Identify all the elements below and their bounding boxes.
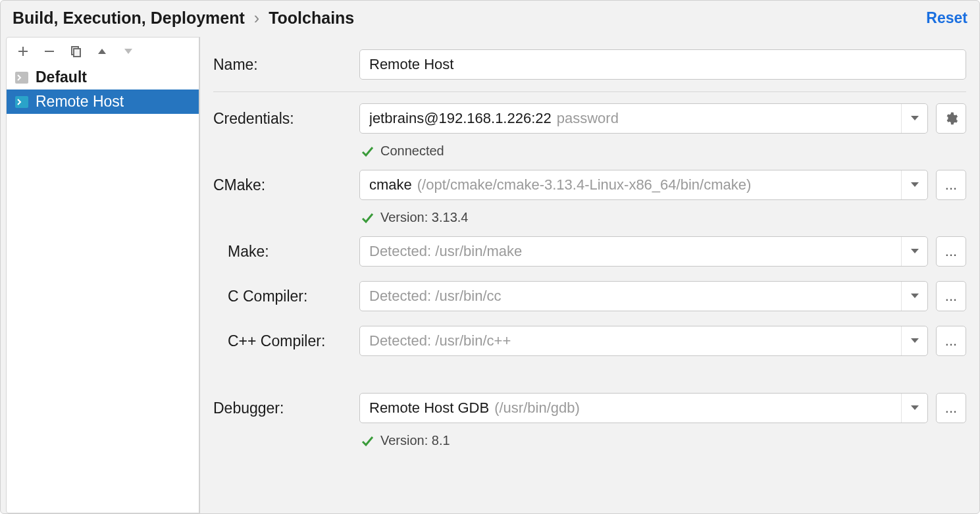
c-compiler-label: C Compiler: xyxy=(213,288,353,305)
breadcrumb-part-1[interactable]: Build, Execution, Deployment xyxy=(13,9,245,28)
header: Build, Execution, Deployment › Toolchain… xyxy=(1,1,979,37)
credentials-combo[interactable]: jetbrains@192.168.1.226:22 password xyxy=(359,103,928,134)
copy-button[interactable] xyxy=(68,44,83,59)
svg-rect-2 xyxy=(15,72,28,84)
toolchain-item-label: Remote Host xyxy=(36,93,124,111)
row-cpp-compiler: C++ Compiler: Detected: /usr/bin/c++ ... xyxy=(213,319,966,363)
debugger-path: (/usr/bin/gdb) xyxy=(494,399,580,417)
credentials-hint: password xyxy=(557,110,619,127)
sidebar: Default Remote Host xyxy=(6,37,199,513)
breadcrumb-part-2[interactable]: Toolchains xyxy=(269,9,354,28)
toolchain-item-remote-host[interactable]: Remote Host xyxy=(7,90,199,114)
row-cmake: CMake: cmake (/opt/cmake/cmake-3.13.4-Li… xyxy=(213,163,966,207)
credentials-settings-button[interactable] xyxy=(936,103,966,134)
cmake-browse-button[interactable]: ... xyxy=(936,170,966,200)
remote-terminal-icon xyxy=(14,95,29,109)
breadcrumb: Build, Execution, Deployment › Toolchain… xyxy=(13,9,354,28)
credentials-label: Credentials: xyxy=(213,110,353,128)
chevron-down-icon xyxy=(901,326,927,355)
row-c-compiler: C Compiler: Detected: /usr/bin/cc ... xyxy=(213,274,966,319)
spacer xyxy=(213,363,966,386)
debugger-combo[interactable]: Remote Host GDB (/usr/bin/gdb) xyxy=(359,393,928,423)
row-name: Name: xyxy=(213,42,966,92)
gear-icon xyxy=(944,111,958,126)
remove-button[interactable] xyxy=(42,44,57,59)
check-icon xyxy=(361,145,374,158)
c-compiler-combo[interactable]: Detected: /usr/bin/cc xyxy=(359,281,928,311)
toolchain-list: Default Remote Host xyxy=(7,65,199,513)
cpp-compiler-label: C++ Compiler: xyxy=(213,332,353,350)
name-input[interactable] xyxy=(359,49,966,80)
debugger-value: Remote Host GDB xyxy=(369,399,489,417)
c-compiler-browse-button[interactable]: ... xyxy=(936,281,966,311)
cmake-value: cmake xyxy=(369,176,412,193)
chevron-down-icon xyxy=(901,394,927,423)
toolchain-item-default[interactable]: Default xyxy=(7,65,199,90)
credentials-value: jetbrains@192.168.1.226:22 xyxy=(369,110,552,127)
move-up-button[interactable] xyxy=(95,44,109,59)
cpp-compiler-combo[interactable]: Detected: /usr/bin/c++ xyxy=(359,326,928,356)
cpp-compiler-browse-button[interactable]: ... xyxy=(936,326,966,356)
debugger-status: Version: 8.1 xyxy=(213,430,966,452)
make-browse-button[interactable]: ... xyxy=(936,236,966,267)
make-label: Make: xyxy=(213,243,353,261)
row-make: Make: Detected: /usr/bin/make ... xyxy=(213,229,966,274)
svg-rect-1 xyxy=(74,49,80,57)
make-combo[interactable]: Detected: /usr/bin/make xyxy=(359,236,928,267)
debugger-label: Debugger: xyxy=(213,399,353,417)
cmake-label: CMake: xyxy=(213,176,353,194)
body: Default Remote Host Name: xyxy=(1,37,979,513)
chevron-down-icon xyxy=(901,282,927,311)
check-icon xyxy=(361,434,374,448)
cpp-compiler-placeholder: Detected: /usr/bin/c++ xyxy=(369,332,511,349)
move-down-button[interactable] xyxy=(121,44,136,59)
cmake-status-text: Version: 3.13.4 xyxy=(380,210,468,225)
credentials-status-text: Connected xyxy=(380,143,444,159)
add-button[interactable] xyxy=(16,44,30,59)
make-placeholder: Detected: /usr/bin/make xyxy=(369,243,522,260)
cmake-status: Version: 3.13.4 xyxy=(213,207,966,229)
row-credentials: Credentials: jetbrains@192.168.1.226:22 … xyxy=(213,96,966,141)
debugger-browse-button[interactable]: ... xyxy=(936,393,966,423)
chevron-down-icon xyxy=(901,237,927,266)
form-pane: Name: Credentials: jetbrains@192.168.1.2… xyxy=(200,37,979,513)
chevron-down-icon xyxy=(901,104,927,133)
svg-rect-3 xyxy=(15,96,28,108)
sidebar-toolbar xyxy=(7,38,199,65)
cmake-path: (/opt/cmake/cmake-3.13.4-Linux-x86_64/bi… xyxy=(417,176,751,193)
c-compiler-placeholder: Detected: /usr/bin/cc xyxy=(369,288,502,305)
cmake-combo[interactable]: cmake (/opt/cmake/cmake-3.13.4-Linux-x86… xyxy=(359,170,928,200)
chevron-down-icon xyxy=(901,170,927,199)
name-label: Name: xyxy=(213,56,353,74)
settings-window: Build, Execution, Deployment › Toolchain… xyxy=(0,0,980,514)
check-icon xyxy=(361,211,374,224)
credentials-status: Connected xyxy=(213,141,966,163)
reset-link[interactable]: Reset xyxy=(926,9,967,27)
terminal-icon xyxy=(14,70,29,85)
debugger-status-text: Version: 8.1 xyxy=(380,433,450,448)
toolchain-item-label: Default xyxy=(36,68,87,86)
row-debugger: Debugger: Remote Host GDB (/usr/bin/gdb)… xyxy=(213,386,966,430)
breadcrumb-separator-icon: › xyxy=(254,9,259,28)
